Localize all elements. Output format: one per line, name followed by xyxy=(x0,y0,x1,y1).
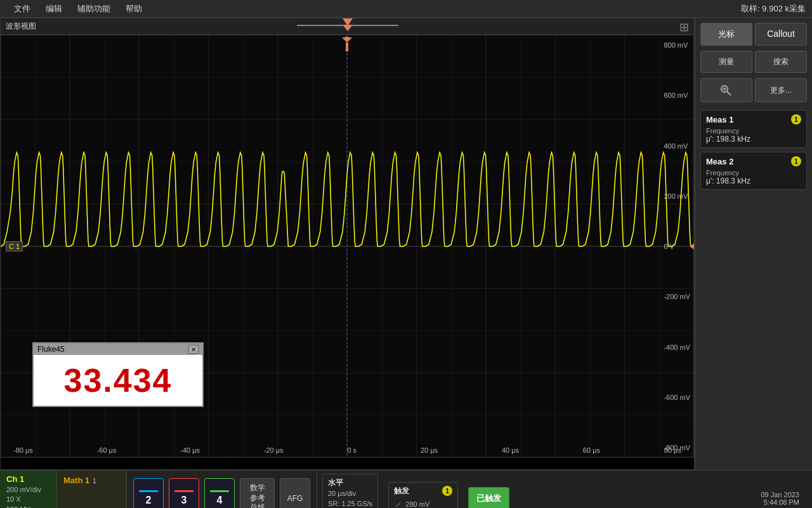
fluke-title: Fluke45 xyxy=(37,345,65,354)
x-label-40: 40 μs xyxy=(502,446,519,454)
ch3-button[interactable]: 3 xyxy=(169,478,199,509)
afg-button[interactable]: AFG xyxy=(280,478,310,509)
x-label-0s: 0 s xyxy=(347,446,357,454)
datetime: 09 Jan 2023 5:44:08 PM xyxy=(754,488,806,509)
trigger-badge: 1 xyxy=(442,486,452,496)
y-label-n600mv: -600 mV xyxy=(664,394,690,401)
zoom-button[interactable] xyxy=(700,78,752,102)
menu-assist[interactable]: 辅助功能 xyxy=(70,0,118,17)
second-row-buttons: 测量 搜索 xyxy=(695,51,812,78)
trigger-info[interactable]: 触发 1 ⟋ 280 mV xyxy=(388,482,458,508)
horiz-line2: SR: 1.25 GS/s xyxy=(328,498,372,508)
ch1-detail-vdiv: 200 mV/div xyxy=(6,485,50,495)
menu-help[interactable]: 帮助 xyxy=(118,0,150,17)
afg-label: AFG xyxy=(287,494,303,503)
y-axis-labels: 800 mV 600 mV 400 mV 200 mV 0 V -200 mV … xyxy=(664,35,690,458)
ch2-button[interactable]: 2 xyxy=(133,478,164,509)
y-label-200mv: 200 mV xyxy=(664,192,690,200)
meas1-header: Meas 1 1 xyxy=(706,114,801,124)
measure-button[interactable]: 测量 xyxy=(700,51,752,73)
math-btn-line3: 总线 xyxy=(250,503,265,508)
meas2-box: Meas 2 1 Frequency μ': 198.3 kHz xyxy=(700,152,807,190)
horiz-label: 水平 xyxy=(328,477,372,488)
channel-buttons: 2 3 4 数学 参考 总线 AFG xyxy=(127,471,317,508)
math-ref-bus-button[interactable]: 数学 参考 总线 xyxy=(240,478,275,509)
meas1-title: Meas 1 xyxy=(706,115,733,124)
y-label-0v: 0 V xyxy=(664,243,690,250)
zoom-icon xyxy=(719,84,732,97)
x-label-n40: -40 μs xyxy=(180,446,200,454)
horizontal-info[interactable]: 水平 20 μs/div SR: 1.25 GS/s RL: 250 kpts xyxy=(322,474,378,508)
right-panel: 光标 Callout 测量 搜索 更多... Meas 1 xyxy=(695,18,812,470)
sample-info: 取样: 9.902 k采集 xyxy=(741,3,806,15)
meas2-badge: 1 xyxy=(791,156,801,166)
ch1-title: Ch 1 xyxy=(6,474,50,484)
ch3-line xyxy=(174,490,193,492)
svg-rect-13 xyxy=(346,43,348,51)
menubar: 文件 编辑 辅助功能 帮助 取样: 9.902 k采集 xyxy=(0,0,812,18)
meas1-badge: 1 xyxy=(791,114,801,124)
x-label-80: 80 μs xyxy=(664,446,681,454)
zoom-icon[interactable]: ⊞ xyxy=(679,20,689,34)
grid-area[interactable]: T 800 mV 600 mV 400 mV 200 mV 0 V -200 m… xyxy=(1,35,694,458)
svg-text:T: T xyxy=(345,36,350,43)
search-button[interactable]: 搜索 xyxy=(755,51,807,73)
ch1-detail-bw: 500 MHz xyxy=(6,505,50,508)
x-axis-labels: -80 μs -60 μs -40 μs -20 μs 0 s 20 μs 40… xyxy=(1,446,694,454)
horiz-line1: 20 μs/div xyxy=(328,488,372,499)
ch2-num: 2 xyxy=(146,495,152,506)
meas2-title: Meas 2 xyxy=(706,157,733,166)
armed-button[interactable]: 已触发 xyxy=(468,487,509,509)
fluke-popup: Fluke45 ✕ 33.434 xyxy=(32,342,204,407)
fluke-close-button[interactable]: ✕ xyxy=(188,345,199,354)
x-label-60: 60 μs xyxy=(583,446,600,454)
x-label-20: 20 μs xyxy=(421,446,438,454)
trigger-label: 触发 xyxy=(394,485,409,497)
x-label-n20: -20 μs xyxy=(264,446,284,454)
x-label-n60: -60 μs xyxy=(97,446,117,454)
waveform-titlebar: 波形视图 ⊞ xyxy=(1,18,694,35)
more-button[interactable]: 更多... xyxy=(755,78,807,102)
ch3-num: 3 xyxy=(181,495,187,506)
time-line: 5:44:08 PM xyxy=(761,498,799,506)
date-line: 09 Jan 2023 xyxy=(761,491,799,498)
math1-status[interactable]: Math 1 1 xyxy=(57,471,127,508)
fluke-value: 33.434 xyxy=(34,355,202,406)
y-label-n200mv: -200 mV xyxy=(664,293,690,300)
svg-line-16 xyxy=(727,91,731,95)
meas2-header: Meas 2 1 xyxy=(706,156,801,166)
menu-file[interactable]: 文件 xyxy=(6,0,38,17)
ch4-num: 4 xyxy=(217,495,223,506)
trigger-icon: ⟋ xyxy=(394,498,403,508)
y-label-800mv: 800 mV xyxy=(664,41,690,49)
ch4-button[interactable]: 4 xyxy=(204,478,235,509)
waveform-title: 波形视图 xyxy=(6,21,36,32)
y-label-n400mv: -400 mV xyxy=(664,344,690,351)
callout-button[interactable]: Callout xyxy=(755,23,807,46)
meas2-value: μ': 198.3 kHz xyxy=(706,177,801,185)
math-btn-line2: 参考 xyxy=(250,493,265,504)
meas1-box: Meas 1 1 Frequency μ': 198.3 kHz xyxy=(700,110,807,148)
ch1-detail-probe: 10 X xyxy=(6,495,50,504)
meas2-label: Frequency xyxy=(706,169,801,177)
cursor-button[interactable]: 光标 xyxy=(700,23,752,46)
trigger-value: 280 mV xyxy=(405,499,429,508)
math1-title: Math 1 xyxy=(63,476,89,485)
y-label-400mv: 400 mV xyxy=(664,142,690,150)
ch1-label: C 1 xyxy=(6,241,23,251)
oscilloscope-area: 波形视图 ⊞ xyxy=(0,18,695,470)
math-btn-line1: 数学 xyxy=(250,483,265,493)
bottom-bar: Ch 1 200 mV/div 10 X 500 MHz Math 1 1 2 … xyxy=(0,470,812,508)
meas1-label: Frequency xyxy=(706,127,801,135)
top-buttons: 光标 Callout xyxy=(695,18,812,51)
ch1-status[interactable]: Ch 1 200 mV/div 10 X 500 MHz xyxy=(0,471,57,508)
menu-edit[interactable]: 编辑 xyxy=(38,0,70,17)
main-layout: 波形视图 ⊞ xyxy=(0,18,812,470)
y-label-600mv: 600 mV xyxy=(664,91,690,99)
ch4-line xyxy=(210,490,229,492)
ch2-line xyxy=(139,490,158,492)
measurements-panel: Meas 1 1 Frequency μ': 198.3 kHz Meas 2 … xyxy=(695,107,812,470)
meas1-value: μ': 198.3 kHz xyxy=(706,135,801,144)
x-label-n80: -80 μs xyxy=(13,446,33,454)
fluke-titlebar: Fluke45 ✕ xyxy=(34,344,202,355)
